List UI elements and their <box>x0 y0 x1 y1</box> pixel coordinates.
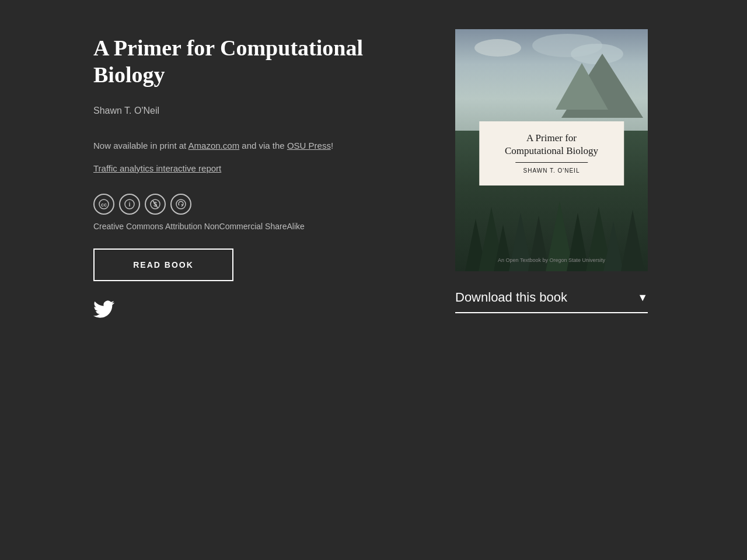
download-label: Download this book <box>455 290 567 305</box>
twitter-icon <box>93 299 114 320</box>
twitter-share[interactable] <box>93 299 114 320</box>
license-icons: cc i $ <box>93 194 420 215</box>
availability-middle: and via the <box>239 141 287 150</box>
cover-author: SHAWN T. O'NEIL <box>491 167 612 174</box>
book-cover-card: A Primer forComputational Biology SHAWN … <box>479 121 624 186</box>
traffic-analytics-link[interactable]: Traffic analytics interactive report <box>93 163 420 173</box>
book-title: A Primer for Computational Biology <box>93 35 420 88</box>
svg-text:cc: cc <box>101 202 107 208</box>
cover-subtitle: An Open Textbook by Oregon State Univers… <box>455 257 648 263</box>
main-container: A Primer for Computational Biology Shawn… <box>0 0 747 349</box>
cover-divider <box>515 162 588 163</box>
book-cover: A Primer forComputational Biology SHAWN … <box>455 29 648 271</box>
availability-suffix: ! <box>331 141 333 150</box>
license-text: Creative Commons Attribution NonCommerci… <box>93 222 420 231</box>
mountain-snow <box>556 63 608 110</box>
noncommercial-icon: $ <box>145 194 166 215</box>
attribution-icon: i <box>119 194 140 215</box>
sharealike-icon <box>170 194 191 215</box>
amazon-link[interactable]: Amazon.com <box>189 141 240 150</box>
left-panel: A Primer for Computational Biology Shawn… <box>93 29 420 320</box>
svg-point-7 <box>176 200 186 209</box>
cloud-1 <box>474 39 521 57</box>
read-book-button[interactable]: READ BOOK <box>93 249 233 281</box>
osu-press-link[interactable]: OSU Press <box>287 141 331 150</box>
book-author: Shawn T. O'Neil <box>93 106 420 116</box>
chevron-down-icon: ▼ <box>637 292 648 304</box>
right-panel: A Primer forComputational Biology SHAWN … <box>455 29 654 313</box>
download-dropdown[interactable]: Download this book ▼ <box>455 283 648 313</box>
svg-text:i: i <box>128 201 130 208</box>
availability-prefix: Now available in print at <box>93 141 189 150</box>
cc-icon: cc <box>93 194 114 215</box>
cover-title: A Primer forComputational Biology <box>491 132 612 158</box>
availability-text: Now available in print at Amazon.com and… <box>93 139 420 153</box>
